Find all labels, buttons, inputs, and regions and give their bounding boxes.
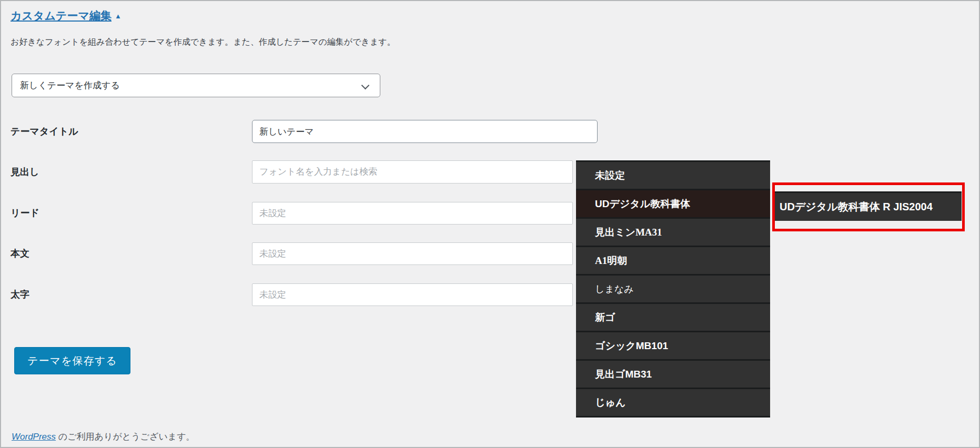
font-dropdown-menu: 未設定 UDデジタル教科書体 見出ミンMA31 A1明朝 しまなみ 新ゴ ゴシッ… [576, 160, 770, 418]
field-label-lead: リード [11, 201, 200, 225]
font-menu-item-midashi-min-ma31[interactable]: 見出ミンMA31 [576, 219, 770, 247]
collapse-arrow-icon: ▲ [115, 12, 122, 20]
font-menu-item-jun[interactable]: じゅん [576, 389, 770, 418]
theme-title-input[interactable] [252, 120, 598, 143]
heading-font-input[interactable] [252, 160, 573, 184]
footer-text: のご利用ありがとうございます。 [58, 432, 195, 442]
field-label-heading: 見出し [11, 160, 200, 184]
field-label-theme-title: テーマタイトル [11, 120, 200, 143]
wordpress-link[interactable]: WordPress [12, 432, 56, 442]
section-title-link[interactable]: カスタムテーマ編集▲ [11, 8, 122, 23]
custom-theme-editor-panel: カスタムテーマ編集▲ お好きなフォントを組み合わせてテーマを作成できます。また、… [0, 0, 980, 448]
font-menu-item-unset[interactable]: 未設定 [576, 162, 770, 190]
chevron-down-icon [361, 82, 370, 90]
body-font-input[interactable] [252, 242, 573, 265]
lead-font-input[interactable] [252, 202, 573, 225]
font-menu-item-a1-mincho[interactable]: A1明朝 [576, 247, 770, 276]
font-menu-item-gothic-mb101[interactable]: ゴシックMB101 [576, 332, 770, 361]
theme-select-value: 新しくテーマを作成する [20, 79, 120, 91]
field-label-bold: 太字 [11, 283, 200, 306]
save-theme-button[interactable]: テーマを保存する [14, 347, 130, 374]
font-menu-item-midashi-go-mb31[interactable]: 見出ゴMB31 [576, 361, 770, 389]
bold-font-input[interactable] [252, 283, 573, 306]
font-submenu-item-ud-digital-r-jis2004[interactable]: UDデジタル教科書体 R JIS2004 [774, 191, 962, 221]
theme-select-dropdown[interactable]: 新しくテーマを作成する [12, 74, 380, 97]
font-menu-item-shin-go[interactable]: 新ゴ [576, 304, 770, 332]
section-title-text: カスタムテーマ編集 [11, 9, 112, 22]
footer-note: WordPress のご利用ありがとうございます。 [12, 431, 195, 443]
font-menu-item-shimanami[interactable]: しまなみ [576, 276, 770, 304]
section-description: お好きなフォントを組み合わせてテーマを作成できます。また、作成したテーマの編集が… [11, 37, 396, 48]
field-label-body: 本文 [11, 242, 200, 265]
font-menu-item-ud-digital-kyokasho[interactable]: UDデジタル教科書体 [576, 190, 770, 219]
